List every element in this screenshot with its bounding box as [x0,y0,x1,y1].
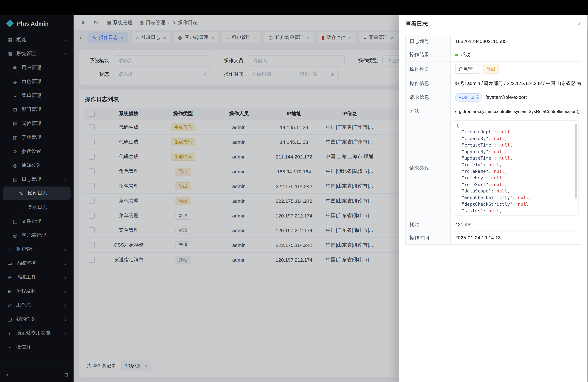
drawer-header: 查看日志 × [399,15,587,32]
detail-label: 操作时间 [406,231,451,244]
success-dot-icon [455,53,458,56]
duration-value: 421 ms [451,218,581,231]
log-id-value: 1882612840802115585 [451,35,581,48]
close-icon[interactable]: × [578,21,581,27]
request-params-code[interactable]: { "createDept": null, "createBy": null, … [453,120,579,215]
detail-label: 日志编号 [406,35,451,48]
detail-label: 操作结果 [406,48,451,61]
operation-info-value: 账号: admin / 研发部门 / 222.175.114.242 / 中国|… [451,77,581,90]
detail-row-module: 操作模块 角色管理 导出 [406,62,581,77]
detail-label: 耗时 [406,218,451,231]
detail-label: 请求参数 [406,118,451,218]
view-log-drawer: 查看日志 × 日志编号 1882612840802115585 操作结果 成功 … [399,15,587,382]
detail-label: 操作信息 [406,77,451,90]
detail-row-duration: 耗时 421 ms [406,218,581,232]
request-path-value: /system/role/export [485,94,527,101]
drawer-body: 日志编号 1882612840802115585 操作结果 成功 操作模块 角色… [399,33,587,251]
code-scrollbar[interactable] [575,124,577,199]
detail-row-info: 操作信息 账号: admin / 研发部门 / 222.175.114.242 … [406,77,581,90]
log-details-table: 日志编号 1882612840802115585 操作结果 成功 操作模块 角色… [405,35,581,245]
http-method-tag: POST请求 [455,93,483,102]
drawer-title: 查看日志 [405,20,428,27]
screen: Plus Admin 概览 系统管理 [0,0,588,382]
detail-row-log-id: 日志编号 1882612840802115585 [406,35,581,48]
method-value: org.dromara.system.controller.system.Sys… [451,105,581,118]
detail-row-result: 操作结果 成功 [406,48,581,62]
detail-row-method: 方法 org.dromara.system.controller.system.… [406,105,581,118]
action-tag: 导出 [483,64,499,74]
module-tag: 角色管理 [455,64,480,74]
operation-time-value: 2025-01-24 10:14:13 [451,231,581,244]
detail-label: 方法 [406,105,451,118]
result-value: 成功 [461,51,471,58]
detail-label: 操作模块 [406,62,451,77]
detail-row-time: 操作时间 2025-01-24 10:14:13 [406,231,581,245]
detail-row-request: 请求信息 POST请求 /system/role/export [406,90,581,105]
detail-row-params: 请求参数 { "createDept": null, "createBy": n… [406,118,581,218]
detail-label: 请求信息 [406,90,451,105]
